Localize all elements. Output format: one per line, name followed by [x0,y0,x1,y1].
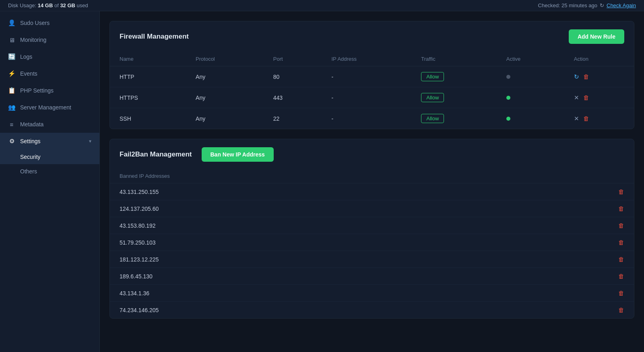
close-rule-icon[interactable]: ✕ [574,94,579,101]
sidebar-label-server-management: Server Management [20,104,71,111]
firewall-card-header: Firewall Management Add New Rule [110,21,634,52]
banned-ip-row: 43.131.250.155 🗑 [110,183,634,200]
disk-usage-text: Disk Usage: 14 GB of 32 GB used [8,2,88,8]
disk-used-label: used [77,2,88,8]
unban-ip-icon[interactable]: 🗑 [618,239,624,246]
col-ip-address: IP Address [322,52,411,66]
monitoring-icon: 🖥 [8,36,15,43]
rule-active [497,66,564,87]
close-rule-icon[interactable]: ✕ [574,115,579,122]
banned-ip-row: 51.79.250.103 🗑 [110,234,634,251]
sidebar-item-logs[interactable]: 🔄 Logs [0,48,99,65]
active-dot [506,96,510,100]
delete-rule-icon[interactable]: 🗑 [583,73,589,80]
sidebar-label-monitoring: Monitoring [20,37,46,43]
rule-traffic[interactable]: Allow [411,66,497,87]
firewall-row: SSH Any 22 - Allow ✕ 🗑 [110,108,634,129]
check-again-button[interactable]: Check Again [607,2,636,8]
col-name: Name [110,52,186,66]
rule-action: ✕ 🗑 [564,108,634,129]
active-dot [506,117,510,121]
active-dot [506,75,510,79]
rule-traffic[interactable]: Allow [411,87,497,108]
unban-ip-icon[interactable]: 🗑 [618,222,624,229]
disk-used-value: 14 GB [38,2,53,8]
banned-ip-address: 124.137.205.60 [120,206,159,212]
rule-active [497,108,564,129]
banned-ip-row: 189.6.45.130 🗑 [110,268,634,284]
action-icons: ✕ 🗑 [574,94,624,101]
unban-ip-icon[interactable]: 🗑 [618,188,624,195]
rule-traffic[interactable]: Allow [411,108,497,129]
action-icons: ✕ 🗑 [574,115,624,122]
unban-ip-icon[interactable]: 🗑 [618,273,624,280]
unban-ip-icon[interactable]: 🗑 [618,205,624,212]
col-port: Port [264,52,322,66]
banned-ip-address: 43.153.80.192 [120,222,156,229]
rule-protocol: Any [186,87,264,108]
rule-ip: - [322,66,411,87]
sidebar-subitem-security-label: Security [20,154,41,160]
rule-ip: - [322,108,411,129]
banned-ip-row: 43.153.80.192 🗑 [110,217,634,234]
sidebar-subitem-others-label: Others [20,168,37,175]
unban-ip-icon[interactable]: 🗑 [618,290,624,296]
rule-protocol: Any [186,66,264,87]
rule-name: HTTP [110,66,186,87]
firewall-title: Firewall Management [120,33,189,41]
check-again-area: Checked: 25 minutes ago ↻ Check Again [538,2,636,8]
banned-ip-list: 43.131.250.155 🗑 124.137.205.60 🗑 43.153… [110,183,634,318]
banned-ip-row: 124.137.205.60 🗑 [110,200,634,217]
sidebar-item-sudo-users[interactable]: 👤 Sudo Users [0,14,99,31]
refresh-icon: ↻ [600,2,604,8]
sidebar-item-server-management[interactable]: 👥 Server Management [0,99,99,116]
col-traffic: Traffic [411,52,497,66]
sidebar-subitem-others[interactable]: Others [0,164,99,179]
delete-rule-icon[interactable]: 🗑 [583,94,589,101]
php-settings-icon: 📋 [8,87,15,94]
banned-ip-address: 51.79.250.103 [120,239,156,246]
banned-ip-row: 43.134.1.36 🗑 [110,284,634,301]
settings-arrow-icon: ▾ [89,138,91,144]
rule-port: 443 [264,87,322,108]
sidebar-item-metadata[interactable]: ≡ Metadata [0,116,99,133]
rule-name: SSH [110,108,186,129]
add-new-rule-button[interactable]: Add New Rule [569,29,624,44]
unban-ip-icon[interactable]: 🗑 [618,307,624,313]
rule-action: ↻ 🗑 [564,66,634,87]
rule-name: HTTPS [110,87,186,108]
sidebar-label-settings: Settings [20,138,41,144]
metadata-icon: ≡ [8,121,15,128]
refresh-rule-icon[interactable]: ↻ [574,73,579,80]
ban-new-ip-button[interactable]: Ban New IP Address [202,147,274,162]
sidebar-item-monitoring[interactable]: 🖥 Monitoring [0,31,99,48]
sidebar-item-php-settings[interactable]: 📋 PHP Settings [0,82,99,99]
firewall-row: HTTP Any 80 - Allow ↻ 🗑 [110,66,634,87]
sidebar-item-settings[interactable]: ⚙ Settings ▾ [0,133,99,150]
fail2ban-card: Fail2Ban Management Ban New IP Address B… [109,139,634,319]
rule-action: ✕ 🗑 [564,87,634,108]
sidebar-label-sudo-users: Sudo Users [20,20,50,26]
rule-ip: - [322,87,411,108]
col-action: Action [564,52,634,66]
fail2ban-header: Fail2Ban Management Ban New IP Address [110,139,634,170]
unban-ip-icon[interactable]: 🗑 [618,256,624,263]
banned-ip-address: 189.6.45.130 [120,273,153,280]
layout: 👤 Sudo Users 🖥 Monitoring 🔄 Logs ⚡ Event… [0,11,644,352]
sudo-users-icon: 👤 [8,19,15,27]
banned-ips-label: Banned IP Addresses [110,170,634,183]
sidebar-label-events: Events [20,70,37,77]
firewall-row: HTTPS Any 443 - Allow ✕ 🗑 [110,87,634,108]
firewall-card: Firewall Management Add New Rule Name Pr… [109,21,634,129]
banned-ip-row: 181.123.12.225 🗑 [110,251,634,268]
sidebar-item-events[interactable]: ⚡ Events [0,65,99,82]
sidebar-subitem-security[interactable]: Security [0,150,99,164]
disk-usage-label: Disk Usage: [8,2,36,8]
action-icons: ↻ 🗑 [574,73,624,80]
firewall-table: Name Protocol Port IP Address Traffic Ac… [110,52,634,129]
col-protocol: Protocol [186,52,264,66]
rule-port: 22 [264,108,322,129]
banned-ip-row: 74.234.146.205 🗑 [110,301,634,318]
banned-ip-address: 43.131.250.155 [120,189,159,195]
delete-rule-icon[interactable]: 🗑 [583,115,589,122]
